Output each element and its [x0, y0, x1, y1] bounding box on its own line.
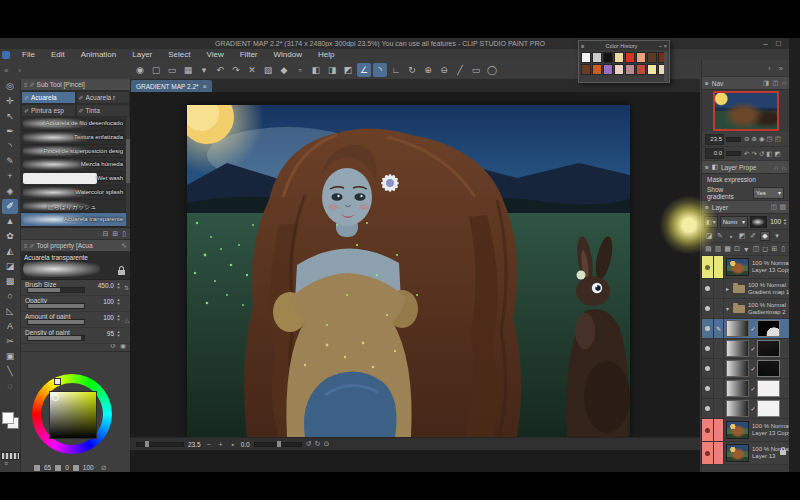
gradient-thumbnail[interactable]: [726, 320, 749, 337]
layer-opacity-value[interactable]: 100: [770, 218, 781, 225]
navigator-zoom-value[interactable]: 23.5: [705, 134, 724, 145]
panel-menu-icon[interactable]: ≡: [24, 82, 28, 88]
border-effect-icon[interactable]: ∩: [774, 164, 779, 171]
sv-knob[interactable]: [52, 394, 59, 401]
layer-visibility-toggle[interactable]: [702, 256, 714, 278]
navigator-rotation-slider[interactable]: [726, 151, 741, 156]
color-swatch[interactable]: [647, 52, 657, 63]
layer-visibility-toggle[interactable]: [702, 339, 714, 358]
lasso-tool[interactable]: ✂: [2, 334, 18, 349]
select-add-icon[interactable]: ◨: [325, 63, 339, 77]
navigator-thumbnail[interactable]: [713, 91, 779, 131]
canvas-artwork[interactable]: [187, 105, 630, 437]
text-tool[interactable]: A: [2, 319, 18, 334]
frame-border-tool[interactable]: ▣: [2, 349, 18, 364]
clip-to-layer-icon[interactable]: ◪: [705, 232, 713, 240]
folder-arrow-icon[interactable]: ▸: [724, 285, 731, 292]
expand-all-icon[interactable]: »: [779, 64, 783, 73]
color-swatch[interactable]: [625, 64, 635, 75]
select-source-icon[interactable]: ◆: [760, 231, 770, 241]
tone-effect-icon[interactable]: ∩: [781, 164, 786, 171]
brush-item[interactable]: Acuarela transparente: [21, 213, 126, 227]
reset-rotation-icon[interactable]: ↺: [759, 150, 764, 158]
subtool-tab[interactable]: ✐Pintura esp: [21, 104, 76, 117]
mask-thumbnail[interactable]: [757, 360, 780, 377]
color-swatch[interactable]: [592, 52, 602, 63]
canvas-rotate-ccw-icon[interactable]: ↺: [306, 440, 312, 448]
subtool-tab[interactable]: ✐Acuarela: [21, 91, 76, 104]
tool-slider[interactable]: Opacity 100 ▲▼: [21, 296, 130, 312]
rotate-left-icon[interactable]: ↶: [744, 150, 749, 158]
opacity-stepper[interactable]: ▲▼: [783, 218, 787, 226]
line-icon[interactable]: ╱: [453, 63, 467, 77]
crop-icon[interactable]: ▫: [293, 63, 307, 77]
layer-row[interactable]: ✎ ✓: [702, 319, 789, 339]
color-swatch[interactable]: [614, 52, 624, 63]
select-rect-icon[interactable]: ◧: [309, 63, 323, 77]
correction-tool[interactable]: ╲: [2, 364, 18, 379]
layer-edit-cell[interactable]: ✎: [714, 319, 724, 338]
color-swatch[interactable]: [603, 64, 613, 75]
delete-subtool-icon[interactable]: ▯: [122, 230, 126, 238]
layer-visibility-toggle[interactable]: [702, 299, 714, 318]
pen-edit-icon[interactable]: ✎: [716, 232, 724, 240]
brush-item[interactable]: 散らばりガッシュ: [21, 200, 126, 214]
layer-edit-cell[interactable]: ✎: [714, 299, 724, 318]
palette-color-select[interactable]: ◧▾: [704, 216, 718, 228]
zoom-out-button[interactable]: −: [205, 441, 213, 448]
zoom-in-icon[interactable]: ⊕: [751, 135, 756, 143]
slider-track[interactable]: [27, 319, 85, 325]
layer-visibility-toggle[interactable]: [702, 319, 714, 338]
layer-row[interactable]: ✎ ✓: [702, 359, 789, 379]
airbrush-tool[interactable]: ▲: [2, 214, 18, 229]
slider-option-icon[interactable]: ⇅: [124, 284, 129, 291]
menu-item[interactable]: Filter: [232, 49, 266, 61]
navigator-tab[interactable]: Nav: [712, 80, 724, 87]
menu-item[interactable]: Edit: [43, 49, 73, 61]
snap-grid-icon[interactable]: ∟: [389, 63, 403, 77]
new-vector-layer-icon[interactable]: ▥: [715, 245, 722, 253]
layer-thumbnail[interactable]: [726, 421, 749, 439]
layer-edit-cell[interactable]: ✎: [714, 442, 724, 464]
undo-icon[interactable]: ↶: [213, 63, 227, 77]
zoom-in-icon[interactable]: ⊕: [421, 63, 435, 77]
tool-slider[interactable]: Amount of paint 100 ▲▼ △: [21, 312, 130, 328]
menu-item[interactable]: Window: [266, 49, 310, 61]
no-color-icon[interactable]: ⊘: [101, 464, 107, 472]
collapse-step-icon[interactable]: ‹: [18, 66, 21, 75]
fill-tool[interactable]: ◈: [2, 184, 18, 199]
mask-thumbnail[interactable]: [757, 400, 780, 417]
nav-info-tab-icon[interactable]: ◫: [772, 79, 778, 87]
mask-thumbnail[interactable]: [757, 380, 780, 397]
panel-menu-icon[interactable]: ≡: [705, 164, 709, 171]
mask-thumbnail[interactable]: [757, 340, 780, 357]
flip-vertical-icon[interactable]: ◩: [775, 150, 781, 158]
hue-knob[interactable]: [54, 378, 61, 385]
gradient-tool[interactable]: ▩: [2, 274, 18, 289]
layer-visibility-toggle[interactable]: [702, 442, 714, 464]
layer-visibility-toggle[interactable]: [702, 279, 714, 298]
slider-value[interactable]: 95: [107, 330, 114, 337]
clip-studio-icon[interactable]: ◉: [133, 63, 147, 77]
Layer 13 Copy[interactable]: ✎ ✓ 100 % Normal Layer 13 Copy: [702, 419, 789, 442]
color-swatch[interactable]: [636, 52, 646, 63]
brush-item[interactable]: Wet wash: [21, 172, 126, 186]
navigator-preview[interactable]: [702, 90, 789, 132]
layer-edit-cell[interactable]: ✎: [714, 279, 724, 298]
save-icon[interactable]: ▦: [181, 63, 195, 77]
pen-tool[interactable]: ✎: [2, 154, 18, 169]
color-swatch[interactable]: [614, 64, 624, 75]
canvas-rotation-slider[interactable]: [254, 442, 302, 447]
Layer 13 Copy[interactable]: ✎ ✓ 100 % Normal Layer 13 Copy: [702, 256, 789, 279]
slider-stepper[interactable]: ▲▼: [116, 282, 121, 290]
slider-track[interactable]: [27, 303, 85, 309]
layer-row[interactable]: ✎ ✓: [702, 339, 789, 359]
color-swatch[interactable]: [592, 64, 602, 75]
layer-visibility-toggle[interactable]: [702, 399, 714, 418]
mask-thumbnail[interactable]: [757, 320, 780, 337]
merge-down-icon[interactable]: ▼: [743, 246, 750, 253]
slider-stepper[interactable]: ▲▼: [116, 314, 121, 322]
lock-alpha-icon[interactable]: ◩: [738, 232, 746, 240]
color-history-scrollbar[interactable]: [664, 52, 668, 81]
layer-edit-cell[interactable]: ✎: [714, 256, 724, 278]
